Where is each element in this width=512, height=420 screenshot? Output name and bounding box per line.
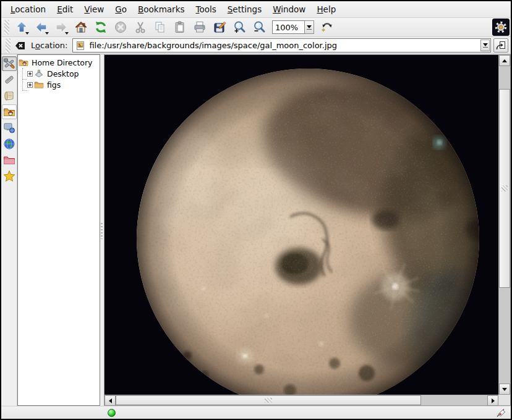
- copy-button[interactable]: [151, 19, 169, 36]
- menu-edit[interactable]: Edit: [51, 2, 79, 16]
- main-toolbar: [1, 18, 511, 37]
- scroll-down-button[interactable]: [499, 384, 510, 395]
- folder-home-icon: [19, 57, 28, 67]
- paste-icon: [173, 20, 187, 34]
- desktop-icon: [34, 69, 44, 78]
- toolbar-grip[interactable]: [4, 20, 9, 35]
- menu-settings[interactable]: Settings: [222, 2, 267, 16]
- forward-dropdown-caret[interactable]: [65, 32, 69, 35]
- forward-button[interactable]: [52, 19, 70, 36]
- arrow-down-icon: [502, 388, 507, 391]
- chevron-down-icon: [307, 25, 312, 28]
- back-button[interactable]: [32, 19, 51, 36]
- web-globe-icon: [3, 138, 15, 150]
- scroll-left-button[interactable]: [105, 395, 116, 406]
- tree-item-home-directory[interactable]: Home Directory: [19, 57, 99, 68]
- vertical-scroll-track[interactable]: [499, 66, 510, 384]
- folder-icon: [34, 80, 44, 90]
- sidebar-button-history[interactable]: [2, 88, 17, 103]
- paste-button[interactable]: [171, 19, 189, 36]
- zoom-in-button[interactable]: [230, 19, 249, 36]
- clear-location-icon: [15, 41, 26, 51]
- clear-location-button[interactable]: [15, 41, 26, 51]
- zoom-out-button[interactable]: [250, 19, 268, 36]
- moon-photo: [105, 55, 498, 395]
- sidebar-button-home-directory[interactable]: [2, 104, 17, 119]
- copy-icon: [153, 20, 167, 34]
- stop-button[interactable]: [111, 19, 130, 36]
- sidebar-button-strip: [1, 54, 17, 406]
- location-url-input[interactable]: [87, 41, 480, 50]
- tree-item-desktop[interactable]: Desktop: [19, 68, 99, 79]
- sidebar-button-web[interactable]: [2, 136, 17, 151]
- location-toolbar-grip[interactable]: [6, 38, 11, 53]
- scroll-up-button[interactable]: [499, 55, 510, 66]
- save-image-button[interactable]: [210, 19, 229, 36]
- zoom-level-combo[interactable]: [272, 20, 314, 34]
- menu-help[interactable]: Help: [311, 2, 341, 16]
- menu-go[interactable]: Go: [109, 2, 132, 16]
- rotate-button[interactable]: [318, 19, 336, 36]
- tree-item-label: figs: [46, 80, 62, 90]
- vertical-scrollbar[interactable]: [498, 55, 510, 395]
- image-viewport: [105, 55, 498, 395]
- menu-view[interactable]: View: [79, 2, 109, 16]
- sidebar-button-services[interactable]: [2, 56, 17, 71]
- reload-button[interactable]: [92, 19, 110, 36]
- zoom-in-magnifier-icon: [233, 20, 246, 34]
- sidebar-button-network[interactable]: [2, 120, 17, 135]
- rotate-icon: [320, 20, 334, 34]
- cut-button[interactable]: [131, 19, 150, 36]
- tree-item-label: Desktop: [46, 69, 80, 78]
- horizontal-scroll-thumb[interactable]: [116, 395, 421, 405]
- vertical-scroll-thumb[interactable]: [499, 89, 510, 288]
- stop-icon: [114, 20, 127, 34]
- tree-expander-plus[interactable]: [27, 71, 33, 77]
- up-dropdown-caret[interactable]: [25, 32, 29, 35]
- horizontal-scrollbar[interactable]: [105, 395, 498, 405]
- location-combobox[interactable]: [72, 38, 491, 52]
- scroll-right-button[interactable]: [487, 395, 498, 406]
- up-button[interactable]: [12, 19, 31, 36]
- location-toolbar: Location:: [1, 37, 511, 54]
- menu-tools[interactable]: Tools: [190, 2, 222, 16]
- network-monitor-icon: [3, 122, 15, 134]
- sidebar-button-bookmarks[interactable]: [2, 169, 17, 183]
- directory-tree-panel: Home Directory Desktop: [17, 54, 100, 406]
- zoom-out-magnifier-icon: [252, 20, 266, 34]
- chevron-down-icon: [483, 43, 488, 46]
- tree-item-figs[interactable]: figs: [19, 79, 99, 90]
- zoom-level-input[interactable]: [272, 20, 304, 34]
- home-button[interactable]: [72, 19, 90, 36]
- print-button[interactable]: [190, 19, 209, 36]
- sidebar-button-root-folder[interactable]: [2, 153, 17, 167]
- image-file-icon: [75, 41, 85, 51]
- scissors-icon: [134, 20, 147, 34]
- panel-splitter[interactable]: [100, 54, 104, 406]
- go-button[interactable]: [493, 38, 508, 52]
- zoom-combo-arrow[interactable]: [304, 20, 314, 34]
- tree-expander-plus[interactable]: [27, 82, 33, 88]
- view-indicator[interactable]: [496, 408, 506, 418]
- view-indicator-flag-icon: [496, 408, 506, 418]
- menu-bookmarks[interactable]: Bookmarks: [132, 2, 190, 16]
- scrollbar-corner: [498, 395, 510, 405]
- menu-window[interactable]: Window: [267, 2, 311, 16]
- reload-icon: [94, 20, 108, 34]
- horizontal-scroll-track[interactable]: [116, 395, 487, 405]
- statusbar: [1, 406, 511, 419]
- view-active-led: [108, 409, 116, 417]
- location-combo-arrow[interactable]: [480, 40, 490, 51]
- arrow-left-icon: [109, 398, 112, 403]
- floppy-pencil-icon: [213, 20, 226, 34]
- main-area: Home Directory Desktop: [1, 54, 511, 406]
- arrow-right-icon: [492, 398, 495, 403]
- services-tools-icon: [3, 57, 15, 70]
- kde-gear-icon: [494, 20, 508, 34]
- back-dropdown-caret[interactable]: [45, 32, 49, 35]
- sidebar-button-devices[interactable]: [2, 72, 17, 87]
- location-label: Location:: [31, 41, 67, 50]
- bookmarks-star-icon: [3, 170, 15, 182]
- root-folder-red-icon: [3, 154, 15, 166]
- menu-location[interactable]: Location: [5, 2, 51, 16]
